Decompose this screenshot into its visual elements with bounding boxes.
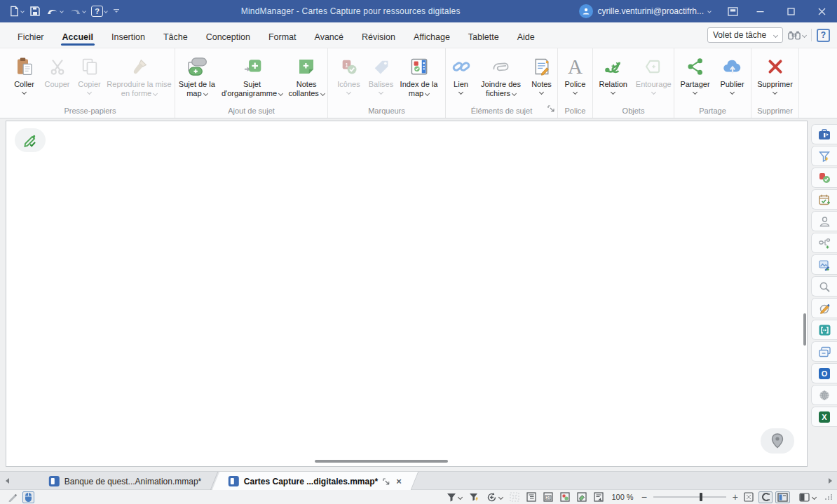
entourage-button[interactable]: Entourage [634, 53, 674, 94]
theme-button[interactable] [797, 491, 818, 503]
capture-panel-button[interactable] [811, 298, 837, 318]
close-button[interactable] [806, 0, 837, 22]
tab-affichage[interactable]: Affichage [404, 26, 459, 48]
fit-map-button[interactable] [742, 491, 756, 503]
maximize-button[interactable] [775, 0, 806, 22]
reproduire-mise-en-forme-button[interactable]: Reproduire la mise en forme [106, 53, 173, 98]
doc-tab-cartes-capture[interactable]: Cartes Capture ...digitales.mmap* × [212, 472, 418, 490]
schedule-panel-button[interactable] [811, 189, 837, 210]
map-canvas[interactable] [6, 121, 808, 467]
task-pane-dropdown[interactable]: Volet de tâche [707, 27, 783, 43]
balises-button[interactable]: Balises [365, 53, 397, 94]
zoom-in-button[interactable]: + [730, 491, 740, 503]
sujet-organigramme-button[interactable]: Sujet d'organigramme [219, 53, 286, 98]
partager-button[interactable]: Partager [676, 53, 715, 94]
resize-grip[interactable] [825, 494, 833, 500]
entourage-label: Entourage [636, 80, 672, 89]
resources-panel-button[interactable] [811, 211, 837, 231]
tab-fichier[interactable]: Fichier [8, 26, 53, 48]
tab-aide[interactable]: Aide [508, 26, 544, 48]
tab-scroll-left-button[interactable] [0, 472, 14, 489]
zoom-slider-thumb[interactable] [700, 493, 702, 501]
coller-button[interactable]: Coller [8, 53, 41, 94]
tab-insertion[interactable]: Insertion [102, 26, 154, 48]
schedule-view-button[interactable]: 24 [541, 491, 555, 503]
police-button[interactable]: A Police [559, 53, 592, 94]
search-panel-button[interactable] [811, 276, 837, 297]
outlook-panel-button[interactable]: O [811, 363, 837, 383]
search-map-button[interactable] [788, 30, 806, 41]
horizontal-scrollbar[interactable] [315, 460, 448, 463]
images-panel-button[interactable] [811, 254, 837, 275]
tab-tablette[interactable]: Tablette [459, 26, 508, 48]
mouse-mode-button[interactable] [22, 491, 34, 503]
joindre-fichiers-button[interactable]: Joindre des fichiers [476, 53, 526, 98]
sujet-de-la-map-button[interactable]: Sujet de la map [175, 53, 219, 98]
publier-button[interactable]: Publier [715, 53, 750, 94]
new-document-button[interactable] [7, 4, 26, 19]
couper-label: Couper [44, 80, 69, 89]
group-presse-papiers: Coller Couper Copier Reproduire la mise … [6, 48, 175, 118]
customize-quick-access-button[interactable] [111, 6, 122, 17]
index-de-la-map-button[interactable]: Index de la map [397, 53, 441, 98]
icones-button[interactable]: 1 Icônes [333, 53, 365, 94]
help-menu-button[interactable]: ? [89, 4, 109, 19]
format-painter-icon [130, 55, 149, 79]
tab-avance[interactable]: Avancé [306, 26, 353, 48]
location-pin-button[interactable] [761, 428, 794, 454]
dialog-launcher-icon[interactable] [547, 102, 554, 115]
vertical-scrollbar[interactable] [803, 313, 806, 346]
tab-accueil[interactable]: Accueil [53, 26, 102, 48]
tab-conception[interactable]: Conception [197, 26, 259, 48]
tab-scroll-right-button[interactable] [823, 472, 837, 489]
map-parts-panel-button[interactable] [811, 233, 837, 253]
notes-button[interactable]: Notes [526, 53, 557, 94]
snap-toggle-button[interactable] [758, 491, 773, 503]
power-filter-button[interactable] [467, 491, 482, 503]
notes-collantes-button[interactable]: Notes collantes [285, 53, 327, 98]
filter-panel-button[interactable] [811, 146, 837, 166]
map-topic-icon [185, 55, 209, 79]
snippets-panel-button[interactable] [811, 320, 837, 340]
redo-button[interactable] [67, 4, 88, 19]
task-info-panel-button[interactable] [811, 124, 837, 144]
undo-button[interactable] [44, 4, 65, 19]
panel-layout-toggle-button[interactable] [775, 491, 790, 503]
filter-button[interactable] [444, 491, 464, 503]
tab-format[interactable]: Format [259, 26, 306, 48]
save-button[interactable] [27, 4, 43, 19]
pen-mode-button[interactable] [6, 491, 20, 503]
couper-button[interactable]: Couper [41, 53, 74, 89]
markers-view-button[interactable] [558, 491, 572, 503]
eraser-button[interactable] [575, 491, 589, 503]
refresh-add-button[interactable] [484, 491, 505, 503]
relation-button[interactable]: Relation [593, 53, 634, 94]
supprimer-button[interactable]: Supprimer [753, 53, 798, 94]
excel-panel-button[interactable]: X [811, 407, 837, 427]
copier-button[interactable]: Copier [74, 53, 106, 94]
browser-panel-button[interactable] [811, 385, 837, 405]
close-tab-icon[interactable]: × [397, 476, 402, 486]
windows-panel-button[interactable] [811, 341, 837, 362]
markers-panel-button[interactable] [811, 168, 837, 188]
tab-tache[interactable]: Tâche [154, 26, 197, 48]
brackets-icon [819, 325, 831, 336]
quick-edit-button[interactable] [15, 128, 46, 152]
minimize-button[interactable] [744, 0, 775, 22]
window-title: MindManager - Cartes Capture pour ressou… [122, 6, 579, 16]
sujet-organigramme-label: Sujet d'organigramme [219, 80, 286, 98]
zoom-out-button[interactable]: − [639, 491, 649, 503]
ribbon-display-options-button[interactable] [721, 0, 744, 22]
fit-selection-button[interactable] [508, 491, 522, 503]
outline-view-button[interactable] [524, 491, 538, 503]
lien-button[interactable]: Lien [447, 53, 476, 94]
open-in-window-icon[interactable] [383, 477, 390, 484]
tab-revision[interactable]: Révision [353, 26, 404, 48]
help-button[interactable]: ? [817, 29, 830, 42]
account-menu[interactable]: cyrille.venturini@proactifrh... [579, 4, 711, 18]
doc-tab-banque[interactable]: Banque de quest...Animation.mmap* [33, 472, 219, 490]
map-view-button[interactable] [592, 491, 606, 503]
copier-label: Copier [78, 80, 100, 89]
avatar [579, 4, 593, 18]
zoom-slider[interactable] [653, 496, 726, 498]
